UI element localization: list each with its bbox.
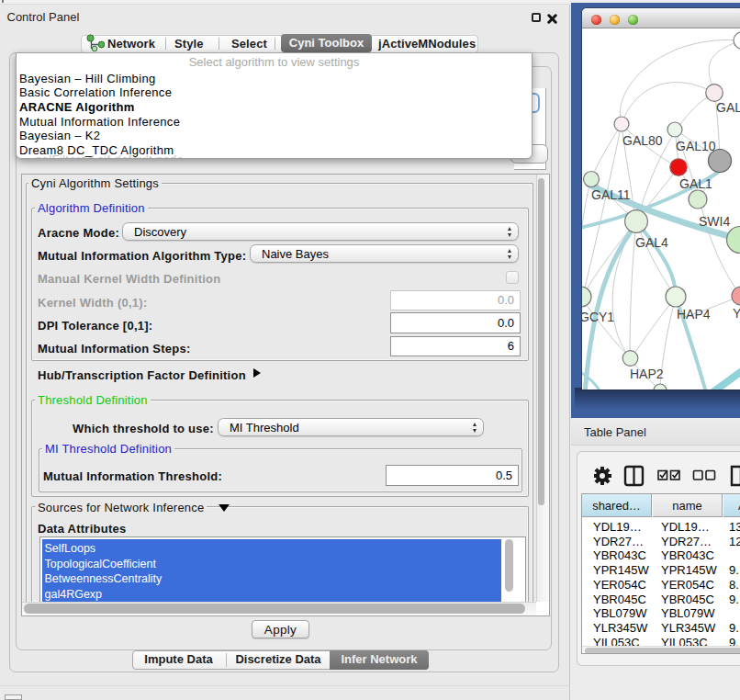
svg-text:GAL1: GAL1 xyxy=(679,176,712,191)
svg-text:GCY1: GCY1 xyxy=(582,310,614,324)
svg-text:GAL7: GAL7 xyxy=(716,100,740,115)
svg-text:GAL4: GAL4 xyxy=(635,235,668,250)
svg-text:HAP2: HAP2 xyxy=(630,367,664,381)
svg-text:HAP4: HAP4 xyxy=(677,307,711,322)
svg-text:YM: YM xyxy=(733,306,740,321)
svg-text:GAL80: GAL80 xyxy=(622,133,663,148)
svg-text:SWI4: SWI4 xyxy=(699,214,730,229)
svg-text:GAL10: GAL10 xyxy=(676,139,716,153)
svg-text:GAL11: GAL11 xyxy=(591,187,631,202)
